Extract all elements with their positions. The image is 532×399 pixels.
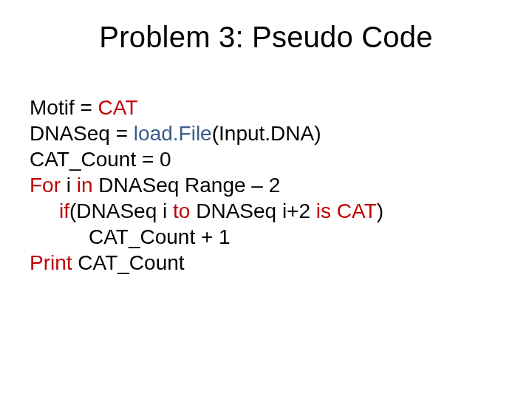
keyword-cat-2: CAT bbox=[337, 200, 377, 222]
text bbox=[331, 200, 337, 222]
code-line-3: CAT_Count = 0 bbox=[30, 146, 502, 172]
text: DNASeq = bbox=[30, 122, 134, 145]
keyword-is: is bbox=[316, 200, 331, 222]
code-line-7: Print CAT_Count bbox=[30, 250, 502, 276]
keyword-in: in bbox=[77, 174, 93, 197]
text: DNASeq Range – 2 bbox=[93, 174, 281, 197]
text: DNASeq i+2 bbox=[190, 200, 316, 222]
keyword-for: For bbox=[30, 174, 61, 197]
code-line-1: Motif = CAT bbox=[30, 95, 502, 120]
text: (Input.DNA) bbox=[212, 122, 321, 145]
code-line-2: DNASeq = load.File(Input.DNA) bbox=[30, 120, 502, 146]
code-line-5: if(DNASeq i to DNASeq i+2 is CAT) bbox=[30, 198, 502, 224]
function-loadfile: load.File bbox=[134, 122, 212, 145]
text: CAT_Count + 1 bbox=[89, 225, 231, 248]
code-line-6: CAT_Count + 1 bbox=[30, 224, 502, 250]
text: i bbox=[61, 174, 77, 197]
keyword-to: to bbox=[173, 200, 190, 222]
text: ) bbox=[377, 200, 383, 222]
pseudocode-block: Motif = CAT DNASeq = load.File(Input.DNA… bbox=[30, 95, 502, 276]
keyword-print: Print bbox=[30, 251, 72, 274]
text: CAT_Count = 0 bbox=[30, 148, 171, 171]
code-line-4: For i in DNASeq Range – 2 bbox=[30, 172, 502, 198]
slide-title: Problem 3: Pseudo Code bbox=[0, 21, 532, 54]
keyword-cat: CAT bbox=[98, 96, 138, 119]
text: (DNASeq i bbox=[69, 200, 173, 222]
text: CAT_Count bbox=[72, 251, 185, 274]
text: Motif = bbox=[30, 96, 98, 119]
keyword-if: if bbox=[59, 200, 69, 222]
slide: Problem 3: Pseudo Code Motif = CAT DNASe… bbox=[0, 0, 532, 399]
